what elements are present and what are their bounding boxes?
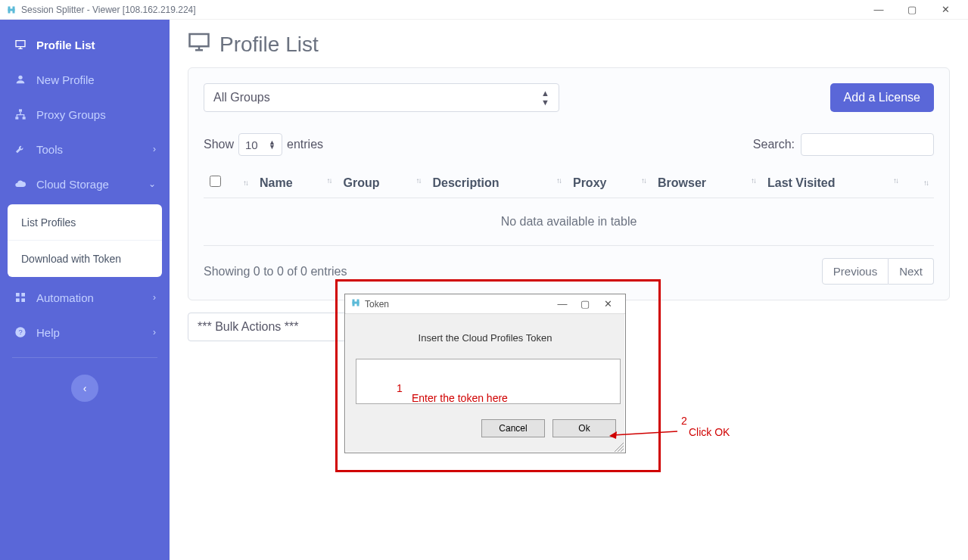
sidebar-divider [12, 357, 157, 358]
sidebar-item-label: Help [36, 326, 60, 339]
sidebar-collapse-button[interactable]: ‹ [71, 375, 98, 402]
page-title: Profile List [188, 30, 950, 58]
dialog-maximize-button[interactable]: ▢ [574, 298, 596, 310]
annotation-step2-text: Click OK [689, 426, 730, 438]
chevron-right-icon: › [153, 144, 156, 154]
svg-rect-13 [190, 34, 209, 46]
annotation-step1-text: Enter the token here [412, 392, 508, 404]
maximize-button[interactable]: ▢ [895, 1, 929, 19]
close-button[interactable]: ✕ [929, 1, 962, 19]
svg-rect-4 [19, 109, 22, 111]
svg-rect-16 [353, 302, 359, 304]
no-data-row: No data available in table [204, 198, 934, 246]
resize-grip[interactable] [615, 442, 624, 451]
bulk-actions-select[interactable]: *** Bulk Actions *** [188, 313, 353, 341]
pagination: Previous Next [822, 258, 934, 285]
grid-icon [14, 291, 27, 303]
svg-rect-2 [8, 8, 15, 11]
user-icon [14, 73, 27, 86]
window-titlebar: Session Splitter - Viewer [108.162.219.2… [0, 0, 968, 20]
chevron-right-icon: › [153, 327, 156, 338]
svg-rect-9 [16, 298, 20, 302]
monitor-icon [14, 39, 27, 51]
sidebar-sub-download-token[interactable]: Download with Token [8, 241, 162, 277]
token-dialog: Token — ▢ ✕ Insert the Cloud Profiles To… [344, 294, 626, 453]
svg-rect-7 [16, 293, 20, 297]
sidebar-item-proxy-groups[interactable]: Proxy Groups [0, 97, 170, 132]
question-icon: ? [14, 326, 27, 338]
dialog-minimize-button[interactable]: — [551, 298, 574, 310]
window-title: Session Splitter - Viewer [108.162.219.2… [21, 5, 196, 15]
sidebar-submenu-cloud: List Profiles Download with Token [8, 204, 162, 277]
sidebar-item-label: New Profile [36, 73, 95, 86]
col-sort[interactable]: ↑↓ [231, 168, 254, 198]
sidebar-item-tools[interactable]: Tools › [0, 132, 170, 166]
entries-value: 10 [245, 138, 258, 151]
annotation-step1-num: 1 [397, 382, 403, 394]
col-browser[interactable]: Browser↑↓ [652, 168, 761, 198]
bulk-actions-value: *** Bulk Actions *** [198, 320, 298, 334]
svg-line-17 [613, 431, 677, 435]
dialog-titlebar: Token — ▢ ✕ [345, 294, 625, 314]
sidebar-item-help[interactable]: ? Help › [0, 315, 170, 350]
table-info: Showing 0 to 0 of 0 entries [204, 265, 347, 278]
add-license-button[interactable]: Add a License [830, 83, 934, 112]
sidebar-item-profile-list[interactable]: Profile List [0, 27, 170, 62]
search-input[interactable] [801, 133, 934, 156]
group-select-value: All Groups [213, 91, 270, 104]
svg-rect-8 [21, 293, 25, 297]
chevron-right-icon: › [153, 292, 156, 303]
entries-select[interactable]: 10 ▲▼ [238, 133, 282, 156]
group-select[interactable]: All Groups ▲▼ [204, 83, 559, 112]
app-icon [6, 5, 17, 15]
chevron-left-icon: ‹ [83, 382, 87, 394]
annotation-arrow [605, 424, 681, 439]
col-last-visited[interactable]: Last Visited↑↓ [761, 168, 904, 198]
col-group[interactable]: Group↑↓ [338, 168, 427, 198]
sidebar-item-label: Cloud Storage [36, 178, 109, 191]
dialog-close-button[interactable]: ✕ [596, 298, 619, 310]
next-button[interactable]: Next [889, 258, 934, 285]
annotation-step2-num: 2 [681, 415, 687, 427]
col-proxy[interactable]: Proxy↑↓ [567, 168, 652, 198]
main-content: Profile List All Groups ▲▼ Add a License… [170, 20, 968, 560]
sidebar-item-label: Tools [36, 143, 63, 156]
sidebar: Profile List New Profile Proxy Groups To… [0, 20, 170, 560]
select-all-checkbox[interactable] [210, 176, 221, 187]
minimize-button[interactable]: — [862, 1, 895, 19]
sidebar-sub-label: List Profiles [21, 216, 76, 229]
profiles-table: ↑↓ Name↑↓ Group↑↓ Description↑↓ Proxy↑↓ … [204, 168, 934, 246]
profile-card: All Groups ▲▼ Add a License Show 10 ▲▼ e… [188, 67, 950, 300]
sidebar-sub-list-profiles[interactable]: List Profiles [8, 204, 162, 241]
cancel-button[interactable]: Cancel [481, 419, 545, 437]
col-actions[interactable]: ↑↓ [904, 168, 934, 198]
svg-text:?: ? [18, 328, 22, 336]
sidebar-item-cloud-storage[interactable]: Cloud Storage ⌄ [0, 166, 170, 201]
sidebar-item-label: Profile List [36, 39, 95, 51]
app-icon [351, 298, 360, 310]
dropdown-caret-icon: ▲▼ [541, 89, 549, 107]
dropdown-caret-icon: ▲▼ [269, 140, 275, 149]
col-name[interactable]: Name↑↓ [254, 168, 338, 198]
svg-rect-5 [15, 117, 18, 119]
svg-rect-10 [21, 298, 25, 302]
search-label: Search: [753, 138, 795, 151]
monitor-icon [188, 30, 210, 58]
sidebar-item-label: Proxy Groups [36, 108, 106, 121]
prev-button[interactable]: Previous [822, 258, 889, 285]
dialog-label: Insert the Cloud Profiles Token [356, 332, 615, 344]
cloud-icon [14, 178, 27, 190]
sidebar-item-automation[interactable]: Automation › [0, 280, 170, 315]
svg-point-3 [18, 76, 22, 79]
sidebar-item-new-profile[interactable]: New Profile [0, 62, 170, 97]
entries-label: entries [287, 138, 323, 151]
col-description[interactable]: Description↑↓ [427, 168, 567, 198]
page-title-text: Profile List [219, 33, 319, 57]
sidebar-sub-label: Download with Token [21, 253, 121, 265]
svg-marker-18 [609, 431, 617, 439]
sidebar-item-label: Automation [36, 291, 94, 304]
wrench-icon [14, 143, 27, 155]
svg-rect-6 [23, 117, 26, 119]
show-label: Show [204, 138, 234, 151]
dialog-title: Token [365, 299, 389, 310]
